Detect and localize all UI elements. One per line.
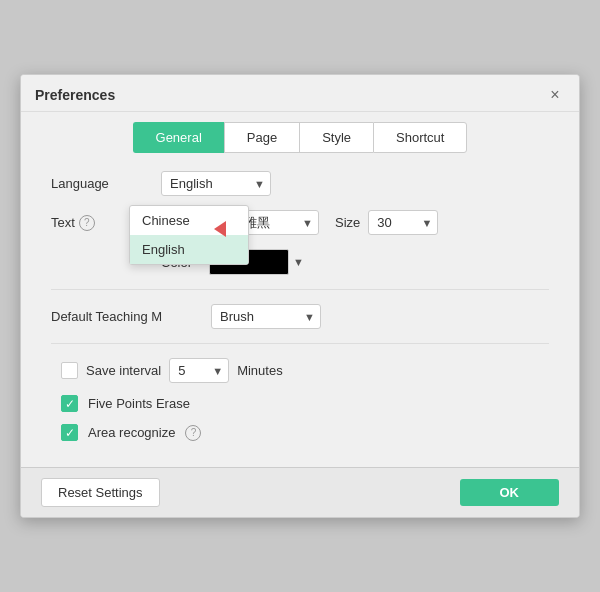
dialog-footer: Reset Settings OK: [21, 467, 579, 517]
color-row: Color ▼: [51, 249, 549, 275]
close-button[interactable]: ×: [545, 85, 565, 105]
language-dropdown: Chinese English: [129, 205, 249, 265]
area-recognize-checkbox[interactable]: ✓: [61, 424, 78, 441]
size-select-wrap: 30 ▼: [368, 210, 438, 235]
divider-1: [51, 289, 549, 290]
dropdown-item-english[interactable]: English: [130, 235, 248, 264]
save-interval-select-wrap: 5 ▼: [169, 358, 229, 383]
tabs-container: General Page Style Shortcut: [21, 112, 579, 153]
language-row: Language English Chinese ▼: [51, 171, 549, 196]
ok-button[interactable]: OK: [460, 479, 560, 506]
five-points-label: Five Points Erase: [88, 396, 190, 411]
dialog-title: Preferences: [35, 87, 115, 103]
reset-settings-button[interactable]: Reset Settings: [41, 478, 160, 507]
language-select[interactable]: English Chinese: [161, 171, 271, 196]
save-interval-row: Save interval 5 ▼ Minutes: [51, 358, 549, 383]
save-unit-label: Minutes: [237, 363, 283, 378]
five-points-checkbox[interactable]: ✓: [61, 395, 78, 412]
language-label: Language: [51, 176, 161, 191]
area-recognize-label: Area recognize: [88, 425, 175, 440]
text-help-icon[interactable]: ?: [79, 215, 95, 231]
color-dropdown-arrow[interactable]: ▼: [293, 256, 304, 268]
size-select[interactable]: 30: [368, 210, 438, 235]
save-interval-checkbox[interactable]: [61, 362, 78, 379]
divider-2: [51, 343, 549, 344]
default-teaching-label: Default Teaching M: [51, 309, 211, 324]
default-teaching-row: Default Teaching M Brush ▼: [51, 304, 549, 329]
tab-page[interactable]: Page: [224, 122, 299, 153]
teaching-select-wrap: Brush ▼: [211, 304, 321, 329]
language-select-wrap: English Chinese ▼: [161, 171, 271, 196]
save-interval-select[interactable]: 5: [169, 358, 229, 383]
tab-style[interactable]: Style: [299, 122, 373, 153]
dropdown-item-chinese[interactable]: Chinese: [130, 206, 248, 235]
teaching-select[interactable]: Brush: [211, 304, 321, 329]
size-label-text: Size: [335, 215, 360, 230]
save-interval-label: Save interval: [86, 363, 161, 378]
dropdown-pointer: [214, 221, 226, 237]
area-recognize-help-icon[interactable]: ?: [185, 425, 201, 441]
content-area: Language English Chinese ▼ Chinese Engli…: [21, 153, 579, 467]
five-points-row: ✓ Five Points Erase: [51, 395, 549, 412]
area-recognize-row: ✓ Area recognize ?: [51, 424, 549, 441]
preferences-dialog: Preferences × General Page Style Shortcu…: [20, 74, 580, 518]
title-bar: Preferences ×: [21, 75, 579, 112]
tab-shortcut[interactable]: Shortcut: [373, 122, 467, 153]
tab-general[interactable]: General: [133, 122, 224, 153]
text-row: Text ? Font 微软雅黑 ▼ Size 30 ▼: [51, 210, 549, 235]
